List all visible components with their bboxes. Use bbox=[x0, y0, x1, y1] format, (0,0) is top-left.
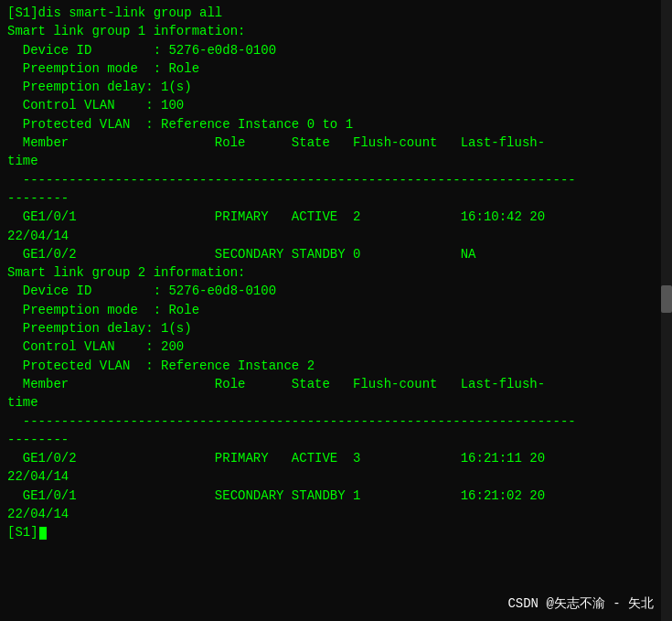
terminal-line: [S1] bbox=[7, 523, 665, 541]
terminal-line: Control VLAN : 200 bbox=[7, 337, 665, 356]
terminal-line: Device ID : 5276-e0d8-0100 bbox=[7, 282, 665, 300]
terminal-line: 22/04/14 bbox=[7, 505, 665, 523]
terminal-line: Preemption mode : Role bbox=[7, 59, 665, 78]
terminal-cursor bbox=[39, 527, 47, 540]
terminal-line: Preemption delay: 1(s) bbox=[7, 319, 665, 337]
terminal-line: Member Role State Flush-count Last-flush… bbox=[7, 134, 665, 152]
terminal-line: ----------------------------------------… bbox=[7, 171, 665, 189]
terminal-line: GE1/0/2 PRIMARY ACTIVE 3 16:21:11 20 bbox=[7, 449, 665, 467]
terminal-line: Device ID : 5276-e0d8-0100 bbox=[7, 41, 665, 59]
terminal-line: GE1/0/1 SECONDARY STANDBY 1 16:21:02 20 bbox=[7, 487, 665, 505]
terminal-line: Smart link group 1 information: bbox=[7, 22, 665, 40]
terminal: [S1]dis smart-link group allSmart link g… bbox=[0, 0, 672, 621]
scrollbar[interactable] bbox=[661, 0, 672, 621]
terminal-line: Smart link group 2 information: bbox=[7, 263, 665, 282]
terminal-line: Member Role State Flush-count Last-flush… bbox=[7, 375, 665, 393]
watermark: CSDN @矢志不渝 - 矢北 bbox=[507, 595, 654, 612]
terminal-line: GE1/0/1 PRIMARY ACTIVE 2 16:10:42 20 bbox=[7, 208, 665, 226]
scrollbar-thumb[interactable] bbox=[661, 285, 672, 313]
terminal-line: -------- bbox=[7, 189, 665, 208]
terminal-line: 22/04/14 bbox=[7, 227, 665, 245]
terminal-line: Control VLAN : 100 bbox=[7, 96, 665, 114]
terminal-line: time bbox=[7, 152, 665, 170]
terminal-line: time bbox=[7, 393, 665, 412]
terminal-line: 22/04/14 bbox=[7, 467, 665, 486]
terminal-line: Preemption delay: 1(s) bbox=[7, 78, 665, 96]
terminal-line: Preemption mode : Role bbox=[7, 301, 665, 319]
terminal-line: ----------------------------------------… bbox=[7, 412, 665, 431]
terminal-line: Protected VLAN : Reference Instance 2 bbox=[7, 357, 665, 375]
terminal-line: Protected VLAN : Reference Instance 0 to… bbox=[7, 115, 665, 134]
terminal-line: -------- bbox=[7, 431, 665, 449]
terminal-line: [S1]dis smart-link group all bbox=[7, 4, 665, 22]
terminal-line: GE1/0/2 SECONDARY STANDBY 0 NA bbox=[7, 245, 665, 263]
